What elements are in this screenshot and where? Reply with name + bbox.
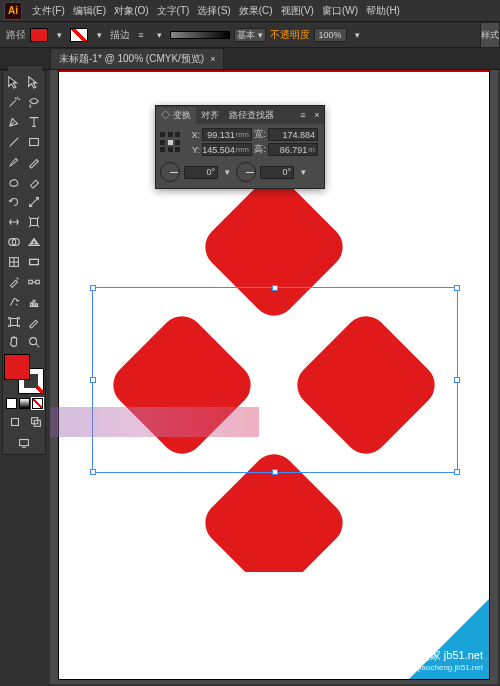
- rectangle-tool-icon[interactable]: [24, 132, 44, 152]
- tab-align[interactable]: 对齐: [196, 107, 224, 124]
- stroke-weight-icon[interactable]: ≡: [134, 28, 148, 42]
- zoom-tool-icon[interactable]: [24, 332, 44, 352]
- svg-rect-0: [30, 139, 39, 146]
- document-tab-title: 未标题-1* @ 100% (CMYK/预览): [59, 52, 204, 66]
- panel-tab-bar: ◇ 变换 对齐 路径查找器 ≡ ×: [156, 106, 324, 124]
- shape-builder-tool-icon[interactable]: [4, 232, 24, 252]
- menu-effect[interactable]: 效果(C): [235, 4, 277, 18]
- color-mode-row: [4, 396, 45, 411]
- rotate-field[interactable]: 0°: [184, 166, 218, 179]
- fill-stroke-control[interactable]: [4, 354, 44, 394]
- reference-point-selector[interactable]: [160, 132, 182, 154]
- height-field[interactable]: 86.791m: [268, 143, 318, 156]
- magic-wand-tool-icon[interactable]: [4, 92, 24, 112]
- stroke-dropdown-icon[interactable]: ▾: [92, 28, 106, 42]
- svg-rect-6: [29, 280, 33, 284]
- perspective-grid-tool-icon[interactable]: [24, 232, 44, 252]
- fill-color-swatch[interactable]: [4, 354, 30, 380]
- panel-body: X: 99.131mm 宽: 174.884 Y: 145.504mm 高: 8…: [156, 124, 324, 188]
- document-tab-bar: 未标题-1* @ 100% (CMYK/预览) ×: [0, 48, 500, 70]
- svg-rect-8: [11, 319, 18, 326]
- width-field[interactable]: 174.884: [268, 128, 318, 141]
- options-bar: 路径 ▾ ▾ 描边 ≡ ▾ 基本 ▾ 不透明度 100% ▾: [0, 22, 500, 48]
- brush-basic-select[interactable]: 基本 ▾: [234, 28, 266, 42]
- eyedropper-tool-icon[interactable]: [4, 272, 24, 292]
- menu-object[interactable]: 对象(O): [110, 4, 152, 18]
- tab-pathfinder[interactable]: 路径查找器: [224, 107, 279, 124]
- artboard-tool-icon[interactable]: [4, 312, 24, 332]
- eraser-tool-icon[interactable]: [24, 172, 44, 192]
- symbol-sprayer-tool-icon[interactable]: [4, 292, 24, 312]
- svg-point-9: [30, 338, 37, 345]
- svg-rect-1: [31, 219, 38, 226]
- menu-bar: Ai 文件(F) 编辑(E) 对象(O) 文字(T) 选择(S) 效果(C) 视…: [0, 0, 500, 22]
- lasso-tool-icon[interactable]: [24, 92, 44, 112]
- shear-dial-icon[interactable]: [236, 162, 256, 182]
- svg-rect-13: [20, 440, 29, 446]
- y-field[interactable]: 145.504mm: [202, 143, 252, 156]
- opacity-dropdown-icon[interactable]: ▾: [351, 28, 365, 42]
- menu-type[interactable]: 文字(T): [153, 4, 194, 18]
- type-tool-icon[interactable]: [24, 112, 44, 132]
- blend-tool-icon[interactable]: [24, 272, 44, 292]
- menu-window[interactable]: 窗口(W): [318, 4, 362, 18]
- menu-edit[interactable]: 编辑(E): [69, 4, 110, 18]
- x-label: X:: [188, 130, 200, 140]
- rotate-tool-icon[interactable]: [4, 192, 24, 212]
- toolbox-grip[interactable]: [7, 65, 43, 71]
- rotate-dial-icon[interactable]: [160, 162, 180, 182]
- opt-path-label: 路径: [6, 28, 26, 42]
- close-tab-icon[interactable]: ×: [210, 54, 215, 64]
- selection-bounds[interactable]: [92, 287, 458, 473]
- menu-select[interactable]: 选择(S): [193, 4, 234, 18]
- document-tab[interactable]: 未标题-1* @ 100% (CMYK/预览) ×: [50, 48, 224, 69]
- y-label: Y:: [188, 145, 200, 155]
- blob-brush-tool-icon[interactable]: [4, 172, 24, 192]
- hand-tool-icon[interactable]: [4, 332, 24, 352]
- fill-swatch[interactable]: [30, 28, 48, 42]
- fill-dropdown-icon[interactable]: ▾: [52, 28, 66, 42]
- panel-close-icon[interactable]: ×: [310, 110, 324, 120]
- line-tool-icon[interactable]: [4, 132, 24, 152]
- brush-dropdown-icon[interactable]: ▾: [152, 28, 166, 42]
- direct-selection-tool-icon[interactable]: [24, 72, 44, 92]
- rotate-dropdown-icon[interactable]: ▾: [220, 165, 234, 179]
- free-transform-tool-icon[interactable]: [24, 212, 44, 232]
- svg-rect-7: [36, 280, 40, 284]
- selection-tool-icon[interactable]: [4, 72, 24, 92]
- x-field[interactable]: 99.131mm: [202, 128, 252, 141]
- paintbrush-tool-icon[interactable]: [4, 152, 24, 172]
- style-flyout-button[interactable]: 样式: [480, 22, 500, 48]
- app-logo-icon: Ai: [4, 2, 22, 20]
- color-mode-gradient-icon[interactable]: [19, 398, 30, 409]
- menu-view[interactable]: 视图(V): [277, 4, 318, 18]
- h-label: 高:: [254, 143, 266, 156]
- width-tool-icon[interactable]: [4, 212, 24, 232]
- pencil-tool-icon[interactable]: [24, 152, 44, 172]
- shear-field[interactable]: 0°: [260, 166, 294, 179]
- draw-mode-row: [4, 411, 47, 433]
- slice-tool-icon[interactable]: [24, 312, 44, 332]
- draw-normal-icon[interactable]: [5, 412, 25, 432]
- pen-tool-icon[interactable]: [4, 112, 24, 132]
- shear-dropdown-icon[interactable]: ▾: [296, 165, 310, 179]
- menu-file[interactable]: 文件(F): [28, 4, 69, 18]
- transform-panel[interactable]: ◇ 变换 对齐 路径查找器 ≡ × X: 99.131mm 宽: 174.884: [155, 105, 325, 189]
- opacity-field[interactable]: 100%: [314, 28, 347, 42]
- opacity-label: 不透明度: [270, 28, 310, 42]
- screen-mode-icon[interactable]: [4, 433, 44, 453]
- draw-behind-icon[interactable]: [26, 412, 46, 432]
- brush-preview[interactable]: [170, 31, 230, 39]
- color-mode-none-icon[interactable]: [32, 398, 43, 409]
- menu-help[interactable]: 帮助(H): [362, 4, 404, 18]
- panel-menu-icon[interactable]: ≡: [296, 110, 310, 120]
- scale-tool-icon[interactable]: [24, 192, 44, 212]
- color-mode-solid-icon[interactable]: [6, 398, 17, 409]
- tab-transform[interactable]: ◇ 变换: [156, 107, 196, 124]
- column-graph-tool-icon[interactable]: [24, 292, 44, 312]
- svg-rect-10: [12, 419, 19, 426]
- stroke-swatch[interactable]: [70, 28, 88, 42]
- gradient-tool-icon[interactable]: [24, 252, 44, 272]
- toolbox: [2, 70, 46, 455]
- mesh-tool-icon[interactable]: [4, 252, 24, 272]
